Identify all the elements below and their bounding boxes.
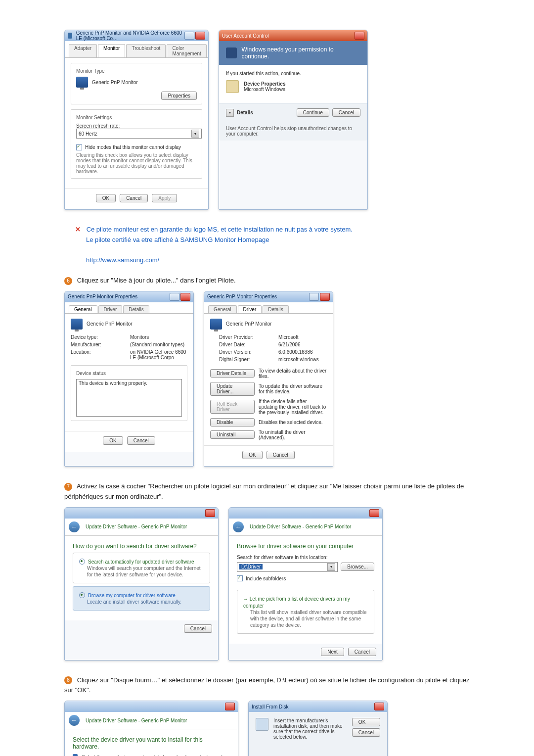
hide-modes-desc: Clearing this check box allows you to se… (76, 152, 197, 174)
version-label: Driver Version: (219, 349, 273, 355)
disable-desc: Disables the selected device. (259, 420, 327, 425)
close-icon[interactable] (180, 293, 190, 301)
close-icon[interactable] (205, 509, 215, 517)
x-icon: ✕ (75, 226, 81, 233)
cancel-button[interactable]: Cancel (352, 728, 380, 737)
cancel-button[interactable]: Cancel (127, 436, 155, 445)
radio-icon (79, 559, 85, 565)
apply-button[interactable]: Apply (152, 194, 177, 202)
expand-details-icon[interactable]: ▾ (226, 109, 234, 117)
tab-general[interactable]: General (69, 305, 97, 313)
help-button[interactable] (170, 293, 179, 301)
close-icon[interactable] (374, 703, 384, 710)
type-value: Monitors (130, 334, 187, 340)
tab-monitor[interactable]: Monitor (98, 44, 125, 57)
uac-title: User Account Control (222, 33, 269, 39)
include-subfolders-checkbox[interactable] (237, 575, 243, 581)
rollback-driver-button[interactable]: Roll Back Driver (210, 400, 255, 414)
pick-from-list[interactable]: → Let me pick from a list of device driv… (237, 590, 374, 634)
loc-label: Location: (71, 349, 125, 360)
close-icon[interactable] (225, 703, 235, 710)
install-msg: Insert the manufacturer's installation d… (273, 718, 347, 740)
uac-footer: User Account Control helps stop unauthor… (219, 122, 367, 141)
option-browse[interactable]: Browse my computer for driver software L… (73, 586, 210, 611)
properties-button[interactable]: Properties (161, 92, 197, 100)
monitor-icon (210, 319, 222, 330)
note-line1: Ce pilote moniteur est en garantie du lo… (87, 226, 353, 233)
cancel-button[interactable]: Cancel (348, 648, 376, 656)
option-browse-title: Browse my computer for driver software (88, 593, 176, 598)
next-button[interactable]: Next (321, 648, 344, 656)
location-label: Search for driver software in this locat… (237, 555, 374, 560)
ok-button[interactable]: OK (96, 194, 116, 202)
include-subfolders-label: Include subfolders (246, 576, 286, 581)
tab-troubleshoot[interactable]: Troubleshoot (126, 44, 166, 57)
provider-label: Driver Provider: (219, 334, 273, 340)
hide-modes-checkbox[interactable] (76, 144, 82, 150)
refresh-rate-select[interactable]: 60 Hertz▾ (76, 129, 202, 139)
close-icon[interactable] (320, 293, 330, 301)
note-block: ✕ Ce pilote moniteur est en garantie du … (75, 225, 470, 266)
device-name: Generic PnP Monitor (87, 321, 133, 327)
status-box: This device is working properly. (76, 379, 182, 417)
close-icon[interactable] (195, 32, 205, 40)
help-button[interactable] (309, 293, 319, 301)
pick-desc: This list will show installed driver sof… (250, 609, 368, 628)
update-driver-desc: To update the driver software for this d… (259, 383, 327, 394)
option-auto-title: Search automatically for updated driver … (88, 559, 194, 565)
radio-icon (79, 592, 85, 598)
tab-adapter[interactable]: Adapter (69, 44, 97, 57)
tab-driver[interactable]: Driver (238, 305, 262, 313)
back-icon[interactable]: ← (69, 715, 80, 726)
window-icon (68, 33, 72, 39)
provider-value: Microsoft (278, 334, 327, 340)
ok-button[interactable]: OK (242, 451, 262, 459)
breadcrumb: Update Driver Software - Generic PnP Mon… (86, 524, 187, 529)
type-label: Device type: (71, 334, 125, 340)
cancel-button[interactable]: Cancel (184, 624, 212, 633)
uac-started: If you started this action, continue. (226, 71, 360, 76)
back-icon[interactable]: ← (233, 521, 244, 532)
close-icon[interactable] (355, 32, 364, 40)
figure-row-4: ← Update Driver Software - Generic PnP M… (64, 701, 470, 756)
driver-details-button[interactable]: Driver Details (210, 369, 255, 378)
titlebar: Generic PnP Monitor and NVIDIA GeForce 6… (65, 30, 208, 41)
location-select[interactable]: D:\Driver▾ (237, 562, 338, 572)
option-auto[interactable]: Search automatically for updated driver … (73, 553, 210, 583)
uninstall-button[interactable]: Uninstall (210, 430, 255, 439)
tab-general[interactable]: General (208, 305, 237, 313)
update-driver-button[interactable]: Update Driver... (210, 382, 255, 396)
tab-color[interactable]: Color Management (167, 44, 206, 57)
program-icon (226, 80, 239, 93)
disable-button[interactable]: Disable (210, 418, 255, 426)
step-6: 6 Cliquez sur "Mise à jour du pilote..."… (64, 276, 470, 286)
cancel-button[interactable]: Cancel (332, 108, 360, 117)
window-title: Generic PnP Monitor Properties (207, 294, 277, 299)
step-7-text: Activez la case à cocher "Rechercher un … (64, 482, 464, 500)
figure-row-2: Generic PnP Monitor Properties General D… (64, 291, 470, 467)
uac-heading: Windows needs your permission to contion… (219, 41, 367, 65)
cancel-button[interactable]: Cancel (120, 194, 148, 202)
refresh-rate-label: Screen refresh rate: (76, 123, 197, 129)
monitor-type-label: Monitor Type (74, 68, 107, 74)
ok-button[interactable]: OK (103, 436, 123, 445)
tab-driver[interactable]: Driver (98, 305, 123, 313)
mfr-value: (Standard monitor types) (130, 342, 187, 347)
tab-details[interactable]: Details (263, 305, 289, 313)
samsung-url[interactable]: http://www.samsung.com/ (86, 256, 159, 264)
help-button[interactable] (184, 32, 194, 40)
details-label: Details (237, 110, 253, 115)
chevron-down-icon: ▾ (191, 130, 199, 138)
cancel-button[interactable]: Cancel (267, 451, 295, 459)
ok-button[interactable]: OK (352, 718, 380, 726)
tab-details[interactable]: Details (123, 305, 149, 313)
dialog-uac: User Account Control Windows needs your … (219, 30, 368, 210)
note-line2: Le pilote certifié va etre affiché à SAM… (86, 235, 269, 245)
browse-button[interactable]: Browse... (341, 563, 374, 571)
program-publisher: Microsoft Windows (244, 87, 286, 92)
dialog-update-search: ← Update Driver Software - Generic PnP M… (64, 507, 219, 661)
continue-button[interactable]: Continue (297, 108, 329, 117)
back-icon[interactable]: ← (69, 521, 80, 532)
monitor-icon (71, 319, 83, 330)
close-icon[interactable] (369, 509, 379, 517)
